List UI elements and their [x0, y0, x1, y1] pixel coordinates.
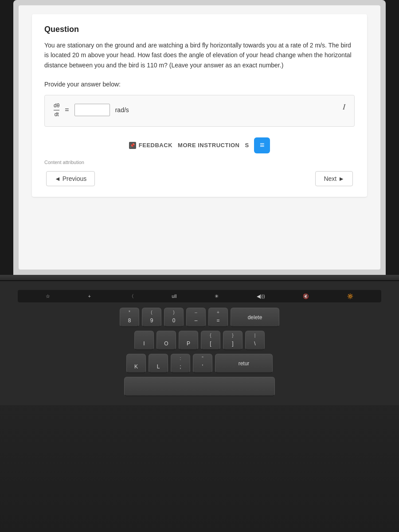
question-text: You are stationary on the ground and are… — [44, 40, 355, 70]
fraction: dθ dt — [54, 102, 59, 117]
touch-bar-mute: 🔇 — [303, 293, 309, 299]
more-instruction-label: MORE INSTRUCTION — [178, 142, 239, 149]
key-backslash[interactable]: | \ — [245, 331, 265, 350]
more-instruction-button[interactable]: MORE INSTRUCTION — [178, 142, 239, 149]
key-return[interactable]: retur — [215, 354, 273, 373]
next-label: Next ► — [324, 175, 344, 182]
key-minus[interactable]: – – — [186, 308, 206, 327]
fraction-numerator: dθ — [54, 102, 59, 109]
key-row-numbers: * 8 ( 9 ) 0 – – + = d — [18, 308, 381, 327]
key-0[interactable]: ) 0 — [164, 308, 184, 327]
touch-bar-volume: ◀))) — [257, 293, 265, 299]
equation-row: dθ dt = rad/s 𝐼 — [54, 102, 345, 117]
key-row-3: K L : ; " ' retur — [18, 354, 381, 373]
fraction-denominator: dt — [55, 111, 59, 117]
key-row-2: I O P { [ } ] | \ — [18, 331, 381, 350]
key-bracket-close[interactable]: } ] — [223, 331, 243, 350]
chat-button[interactable]: ≡ — [254, 137, 270, 153]
key-equals[interactable]: + = — [208, 308, 228, 327]
key-l[interactable]: L — [149, 354, 168, 373]
s-label: S — [245, 142, 249, 149]
touch-bar: ☆ + 〈 ull ✳ ◀))) 🔇 🔆 — [18, 290, 381, 302]
key-k[interactable]: K — [126, 354, 146, 373]
nav-row: ◄ Previous Next ► — [44, 171, 355, 186]
touch-bar-star2: ✳ — [215, 293, 219, 299]
key-i[interactable]: I — [134, 331, 154, 350]
next-button[interactable]: Next ► — [315, 171, 353, 186]
laptop-screen: Question You are stationary on the groun… — [13, 0, 386, 275]
screen-content: Question You are stationary on the groun… — [19, 5, 380, 270]
provide-label: Provide your answer below: — [44, 81, 355, 88]
answer-input[interactable] — [74, 104, 110, 116]
feedback-button[interactable]: 📌 FEEDBACK — [129, 142, 172, 149]
answer-box: dθ dt = rad/s 𝐼 — [44, 95, 355, 127]
key-quote[interactable]: " ' — [193, 354, 212, 373]
keyboard-area: ☆ + 〈 ull ✳ ◀))) 🔇 🔆 * 8 ( 9 ) — [0, 281, 399, 405]
key-spacebar[interactable] — [124, 377, 275, 396]
feedback-icon: 📌 — [129, 142, 136, 149]
touch-bar-star: ☆ — [46, 293, 50, 299]
touch-bar-back: 〈 — [129, 293, 134, 300]
touch-bar-plus: + — [88, 293, 91, 299]
attribution-label: Content attribution — [44, 160, 355, 165]
keyboard: * 8 ( 9 ) 0 – – + = d — [18, 308, 381, 396]
toolbar-row: 📌 FEEDBACK MORE INSTRUCTION S ≡ — [44, 134, 355, 157]
fraction-line — [54, 110, 59, 110]
key-semicolon[interactable]: : ; — [171, 354, 190, 373]
laptop-hinge — [0, 275, 399, 281]
cursor-icon: 𝐼 — [343, 102, 345, 112]
chat-icon: ≡ — [260, 141, 265, 150]
key-8[interactable]: * 8 — [120, 308, 139, 327]
equals-sign: = — [65, 106, 69, 114]
key-bracket-open[interactable]: { [ — [201, 331, 220, 350]
unit-label: rad/s — [115, 106, 129, 113]
touch-bar-brightness: 🔆 — [347, 293, 353, 299]
key-o[interactable]: O — [156, 331, 176, 350]
laptop-body: ook Pro ☆ + 〈 ull ✳ ◀))) 🔇 🔆 * 8 ( 9 — [0, 275, 399, 532]
key-p[interactable]: P — [179, 331, 198, 350]
touch-bar-bars: ull — [172, 293, 176, 299]
feedback-label: FEEDBACK — [139, 142, 172, 149]
question-title: Question — [44, 25, 355, 34]
key-delete[interactable]: delete — [231, 308, 279, 327]
question-card: Question You are stationary on the groun… — [32, 14, 367, 197]
key-row-space — [18, 377, 381, 396]
previous-button[interactable]: ◄ Previous — [46, 171, 95, 186]
previous-label: ◄ Previous — [55, 175, 86, 182]
key-9[interactable]: ( 9 — [142, 308, 161, 327]
